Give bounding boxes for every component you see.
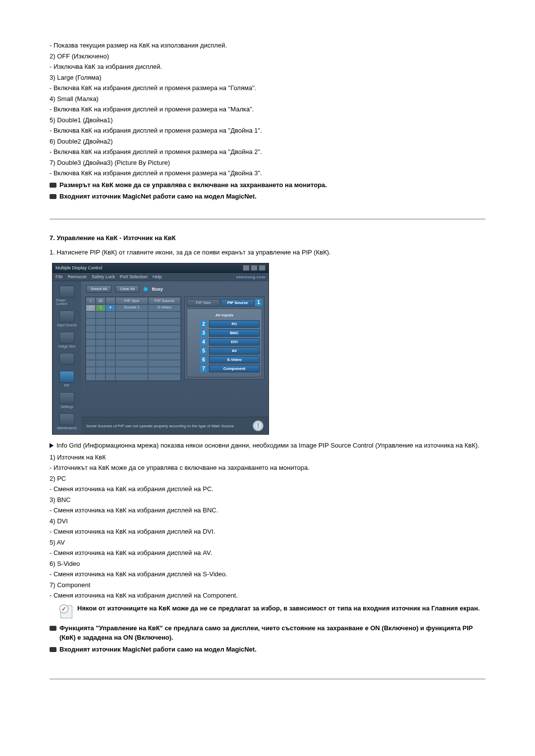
item: 1) Източник на КвК xyxy=(50,453,485,462)
select-all-button[interactable]: Select All xyxy=(86,285,111,293)
maximize-button[interactable] xyxy=(251,265,258,271)
sidebar-item-image[interactable]: Image Size xyxy=(56,330,78,350)
item: 3) BNC xyxy=(50,495,485,505)
table-row[interactable] xyxy=(86,332,181,339)
text: - Източникът на КвК може да се управлява… xyxy=(50,463,485,473)
cell-check[interactable] xyxy=(86,367,96,374)
table-row[interactable] xyxy=(86,318,181,325)
source-av-button[interactable]: AV xyxy=(209,347,260,354)
cell xyxy=(96,374,106,381)
text: - Изключва КвК за избрания дисплей. xyxy=(50,62,485,72)
brand-link[interactable]: samsung.com xyxy=(236,275,266,279)
grid-header-check[interactable]: ✓ xyxy=(86,297,96,304)
warning-text: Някои от източниците на КвК може да не с… xyxy=(77,604,480,613)
note-row: Входният източник MagicNet работи само н… xyxy=(50,192,485,202)
sidebar-item-input[interactable]: Input Source xyxy=(56,309,78,328)
cell-check[interactable] xyxy=(86,360,96,367)
item: 4) Small (Малка) xyxy=(50,94,485,104)
cell xyxy=(148,367,181,374)
table-row[interactable]: ✓ 1 ● Double 1 S-Video xyxy=(86,304,181,311)
cell-check[interactable] xyxy=(86,325,96,332)
divider xyxy=(50,679,485,679)
sidebar-item-pip[interactable]: PIP xyxy=(56,369,78,389)
item: 4) DVI xyxy=(50,516,485,526)
cell xyxy=(148,339,181,346)
cell xyxy=(115,332,148,339)
sidebar-item-maintenance[interactable]: Maintenance xyxy=(56,412,78,431)
menu-safety-lock[interactable]: Safety Lock xyxy=(92,274,115,279)
source-bnc-button[interactable]: BNC xyxy=(209,329,260,337)
sidebar-item-settings[interactable]: Settings xyxy=(56,391,78,410)
info-grid: ✓ ID PIP Size PIP Source ✓ 1 ● Double 1 … xyxy=(85,297,181,381)
table-row[interactable] xyxy=(86,353,181,360)
item: 2) OFF (Изключено) xyxy=(50,51,485,61)
callout-5: 5 xyxy=(200,348,207,354)
cell-check[interactable] xyxy=(86,374,96,381)
table-row[interactable] xyxy=(86,374,181,381)
cell-check[interactable] xyxy=(86,346,96,353)
minimize-button[interactable] xyxy=(243,265,250,271)
gear-icon xyxy=(59,392,74,404)
cell xyxy=(96,325,106,332)
cell xyxy=(148,311,181,318)
callout-6: 6 xyxy=(200,356,207,363)
callout-4: 4 xyxy=(200,339,207,346)
cell-check[interactable] xyxy=(86,318,96,325)
menu-port-selection[interactable]: Port Selection xyxy=(120,274,148,279)
menu-file[interactable]: File xyxy=(55,274,63,279)
table-row[interactable] xyxy=(86,360,181,367)
tab-pip-source[interactable]: PIP Source xyxy=(221,299,254,306)
callout-7: 7 xyxy=(200,365,207,372)
toolbar: Select All Clear All Busy xyxy=(81,281,268,297)
table-row[interactable] xyxy=(86,367,181,374)
menu-remocon[interactable]: Remocon xyxy=(68,274,87,279)
sidebar-item-power[interactable]: Power Control xyxy=(56,284,78,307)
table-row[interactable] xyxy=(86,325,181,332)
cell-check[interactable] xyxy=(86,353,96,360)
table-row[interactable] xyxy=(86,346,181,353)
cell-check[interactable] xyxy=(86,339,96,346)
note-text: Входният източник MagicNet работи само н… xyxy=(59,645,257,655)
table-row[interactable] xyxy=(86,339,181,346)
cell xyxy=(106,311,115,318)
cell xyxy=(115,318,148,325)
cell xyxy=(96,311,106,318)
cell xyxy=(96,318,106,325)
text: - Включва КвК на избрания дисплей и пром… xyxy=(50,83,485,93)
source-dvi-button[interactable]: DVI xyxy=(209,338,260,346)
info-arrow-row: Info Grid (Информационна мрежа) показва … xyxy=(50,441,485,451)
cell-check[interactable]: ✓ xyxy=(86,304,96,311)
sidebar-item-time[interactable] xyxy=(56,352,78,367)
tab-pip-size[interactable]: PIP Size xyxy=(187,299,220,306)
menu-help[interactable]: Help xyxy=(153,274,162,279)
text: - Включва КвК на избрания дисплей и пром… xyxy=(50,168,485,178)
text: - Сменя източника на КвК на избрания дис… xyxy=(50,548,485,558)
cell xyxy=(106,360,115,367)
source-svideo-button[interactable]: S-Video xyxy=(209,356,260,363)
source-component-button[interactable]: Component xyxy=(209,365,260,372)
table-row[interactable] xyxy=(86,311,181,318)
note-text: Функцията "Управление на КвК" се предлаг… xyxy=(59,623,485,643)
cell xyxy=(148,346,181,353)
cell xyxy=(106,367,115,374)
cell-id: 1 xyxy=(96,304,106,311)
callout-1: 1 xyxy=(255,299,262,306)
cell xyxy=(148,353,181,360)
cell xyxy=(96,346,106,353)
item: 7) Double3 (Двойна3) (Picture By Picture… xyxy=(50,158,485,168)
cell xyxy=(115,346,148,353)
cell xyxy=(106,353,115,360)
cell-check[interactable] xyxy=(86,311,96,318)
item: 3) Large (Голяма) xyxy=(50,73,485,83)
cell xyxy=(106,346,115,353)
cell xyxy=(115,311,148,318)
titlebar: Multiple Display Control xyxy=(53,263,268,273)
clear-all-button[interactable]: Clear All xyxy=(115,285,139,293)
cell xyxy=(148,374,181,381)
cell-check[interactable] xyxy=(86,332,96,339)
source-pc-button[interactable]: PC xyxy=(209,320,260,328)
clock-icon xyxy=(59,353,74,365)
close-button[interactable] xyxy=(259,265,266,271)
cell xyxy=(115,360,148,367)
text: - Сменя източника на КвК на избрания дис… xyxy=(50,505,485,515)
